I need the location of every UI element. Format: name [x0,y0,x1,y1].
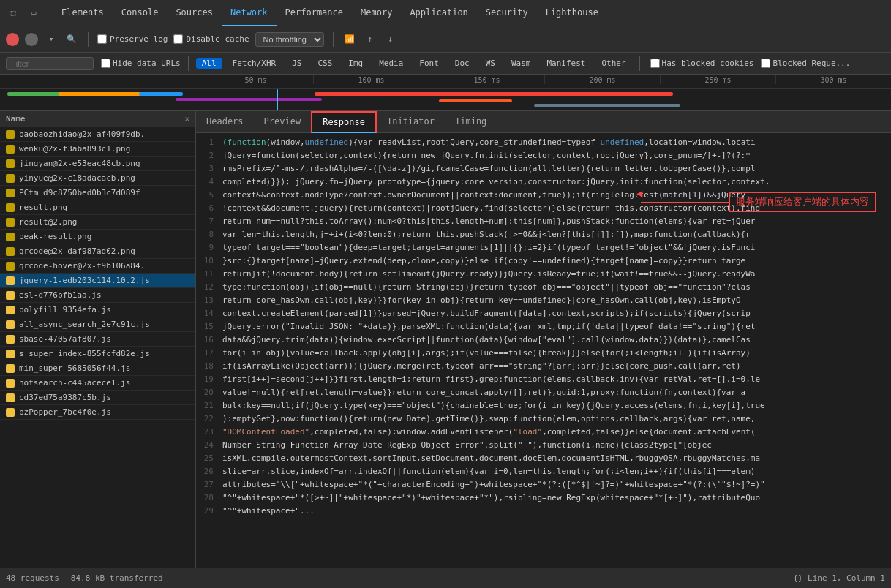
tab-preview[interactable]: Preview [254,111,312,133]
tab-console[interactable]: Console [113,0,168,26]
list-item[interactable]: yinyue@2x-c18adacacb.png [0,171,195,186]
filter-input[interactable] [6,57,94,70]
throttle-select[interactable]: No throttling [255,32,324,47]
list-item[interactable]: result@2.png [0,215,195,230]
blocked-cookies-checkbox[interactable] [650,59,660,68]
preserve-log-label[interactable]: Preserve log [97,34,168,44]
line-content: for(i in obj){value=callback.apply(obj[i… [222,347,891,360]
download-icon[interactable]: ↓ [383,32,398,47]
line-content: rmsPrefix=/^-ms-/,rdashAlpha=/-([\da-z])… [222,162,891,176]
tab-sources[interactable]: Sources [167,0,222,26]
table-row: 28"^"+whitespace+"*([>+~]|"+whitespace+"… [196,491,891,505]
line-content: (function(window,undefined){var readyLis… [222,136,891,149]
line-content: jQuery.error("Invalid JSON: "+data)},par… [222,320,891,333]
disable-cache-label[interactable]: Disable cache [173,34,249,44]
file-name-label: qrcode-hover@2x-f9b106a84. [19,261,145,271]
list-item[interactable]: baobaozhidao@2x-af409f9db. [0,127,195,142]
blocked-requests-checkbox[interactable] [761,59,770,68]
list-item[interactable]: jingyan@2x-e53eac48cb.png [0,157,195,171]
device-icon[interactable]: ▭ [26,6,41,20]
line-number: 25 [196,452,222,465]
table-row: 4completed)}}); jQuery.fn=jQuery.prototy… [196,176,891,189]
line-number: 10 [196,255,222,268]
filter-js[interactable]: JS [286,57,307,69]
wifi-icon[interactable]: 📶 [342,32,357,47]
list-item[interactable]: PCtm_d9c8750bed0b3c7d089f [0,186,195,200]
timeline-panel: 50 ms 100 ms 150 ms 200 ms 250 ms 300 ms [0,75,891,111]
filter-font[interactable]: Font [413,57,445,69]
filter-toggle-button[interactable]: ▾ [44,32,59,47]
list-item[interactable]: hotsearch-c445acece1.js [0,376,195,391]
tab-memory[interactable]: Memory [352,0,401,26]
table-row: 24Number String Function Array Date RegE… [196,439,891,452]
tab-lighthouse[interactable]: Lighthouse [537,0,607,26]
tab-response[interactable]: Response [311,111,377,133]
filter-manifest[interactable]: Manifest [541,57,591,69]
main-content: Name ✕ baobaozhidao@2x-af409f9db.wenku@2… [0,111,891,568]
js-file-icon [6,408,15,417]
detail-panel: Headers Preview Response Initiator Timin… [196,111,891,568]
list-item[interactable]: peak-result.png [0,230,195,244]
filter-css[interactable]: CSS [312,57,338,69]
list-item[interactable]: bzPopper_7bc4f0e.js [0,405,195,420]
preserve-log-checkbox[interactable] [97,34,107,44]
tab-application[interactable]: Application [401,0,476,26]
list-item[interactable]: qrcode-hover@2x-f9b106a84. [0,259,195,274]
img-file-icon [6,159,15,168]
filter-ws[interactable]: WS [480,57,501,69]
file-name-label: yinyue@2x-c18adacacb.png [19,173,135,183]
filter-wasm[interactable]: Wasm [505,57,537,69]
list-item[interactable]: cd37ed75a9387c5b.js [0,391,195,405]
blocked-requests-label[interactable]: Blocked Reque... [761,59,850,68]
file-name-label: jquery-1-edb203c114.10.2.js [19,276,150,285]
list-item[interactable]: sbase-47057af807.js [0,332,195,347]
filter-media[interactable]: Media [373,57,409,69]
tab-elements[interactable]: Elements [53,0,113,26]
timeline-ruler: 50 ms 100 ms 150 ms 200 ms 250 ms 300 ms [0,75,891,89]
file-name-label: cd37ed75a9387c5b.js [19,393,111,402]
list-item[interactable]: qrcode@2x-daf987ad02.png [0,244,195,259]
filter-other[interactable]: Other [595,57,631,69]
tab-initiator[interactable]: Initiator [377,111,445,133]
tab-security[interactable]: Security [477,0,537,26]
disable-cache-checkbox[interactable] [173,34,183,44]
line-content: bulk:key==null;if(jQuery.type(key)==="ob… [222,399,891,412]
hide-data-urls-checkbox[interactable] [101,59,110,68]
filter-fetch-xhr[interactable]: Fetch/XHR [227,57,282,69]
filter-all-button[interactable]: All [196,58,222,69]
js-file-icon [6,306,15,314]
line-number: 23 [196,426,222,439]
hide-data-urls-label[interactable]: Hide data URLs [101,59,181,68]
list-item[interactable]: all_async_search_2e7c91c.js [0,317,195,332]
disable-cache-text: Disable cache [186,34,249,44]
close-panel-button[interactable]: ✕ [184,114,189,124]
stop-button[interactable] [25,33,38,46]
img-file-icon [6,145,15,154]
bar-5 [315,92,673,96]
list-item[interactable]: polyfill_9354efa.js [0,303,195,317]
list-item[interactable]: min_super-5685056f44.js [0,361,195,376]
tab-performance[interactable]: Performance [277,0,352,26]
table-row: 29"^"+whitespace+"... [196,505,891,518]
tab-network[interactable]: Network [222,0,277,26]
list-item[interactable]: jquery-1-edb203c114.10.2.js [0,274,195,288]
table-row: 23"DOMContentLoaded",completed,false);wi… [196,426,891,439]
tick-50ms: 50 ms [198,75,313,84]
response-wrapper: 服务端响应给客户端的具体内容 ◀ 1(function(window,undef… [196,133,891,568]
inspect-icon[interactable]: ⬚ [6,6,20,20]
js-file-icon [6,350,15,358]
list-item[interactable]: result.png [0,200,195,215]
search-button[interactable]: 🔍 [64,32,79,47]
tab-headers[interactable]: Headers [196,111,254,133]
record-button[interactable] [6,33,19,46]
response-content[interactable]: 1(function(window,undefined){var readyLi… [196,133,891,521]
tab-timing[interactable]: Timing [445,111,497,133]
list-item[interactable]: esl-d776bfb1aa.js [0,288,195,303]
blocked-cookies-label[interactable]: Has blocked cookies [650,59,754,68]
upload-icon[interactable]: ↑ [363,32,377,47]
list-item[interactable]: s_super_index-855fcfd82e.js [0,347,195,361]
filter-doc[interactable]: Doc [449,57,475,69]
list-item[interactable]: wenku@2x-f3aba893c1.png [0,142,195,157]
filter-img[interactable]: Img [342,57,369,69]
table-row: 26slice=arr.slice,indexOf=arr.indexOf||f… [196,465,891,478]
